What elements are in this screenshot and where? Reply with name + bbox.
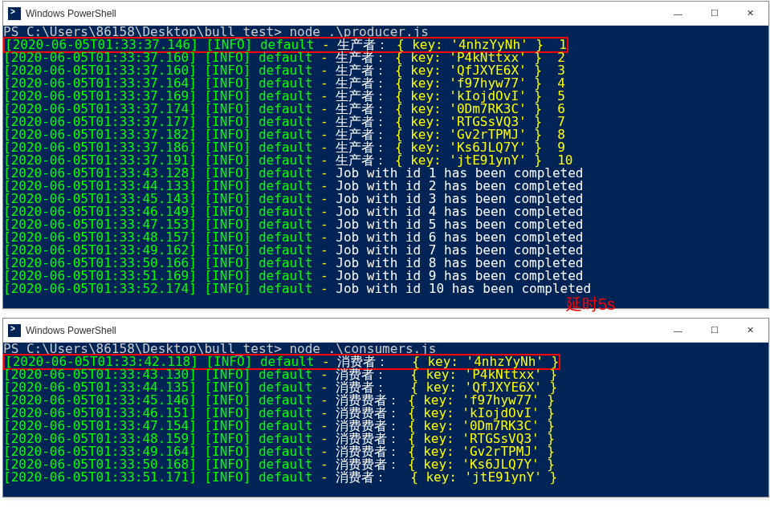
close-button[interactable]: ✕ [732, 2, 768, 25]
terminal-output-consumer[interactable]: PS C:\Users\86158\Desktop\bull_test> nod… [3, 343, 768, 497]
window-title: Windows PowerShell [26, 325, 660, 336]
maximize-button[interactable]: ☐ [696, 2, 732, 25]
delay-annotation: 延时5s [566, 294, 615, 315]
window-title: Windows PowerShell [26, 8, 660, 19]
minimize-button[interactable]: — [660, 2, 696, 25]
minimize-button[interactable]: — [660, 319, 696, 342]
titlebar[interactable]: Windows PowerShell — ☐ ✕ [3, 2, 768, 26]
powershell-icon [8, 7, 21, 20]
titlebar[interactable]: Windows PowerShell — ☐ ✕ [3, 319, 768, 343]
close-button[interactable]: ✕ [732, 319, 768, 342]
maximize-button[interactable]: ☐ [696, 319, 732, 342]
terminal-output-producer[interactable]: PS C:\Users\86158\Desktop\bull_test> nod… [3, 26, 768, 308]
powershell-window-consumer: Windows PowerShell — ☐ ✕ PS C:\Users\861… [2, 318, 769, 497]
powershell-window-producer: Windows PowerShell — ☐ ✕ PS C:\Users\861… [2, 1, 769, 309]
powershell-icon [8, 324, 21, 337]
